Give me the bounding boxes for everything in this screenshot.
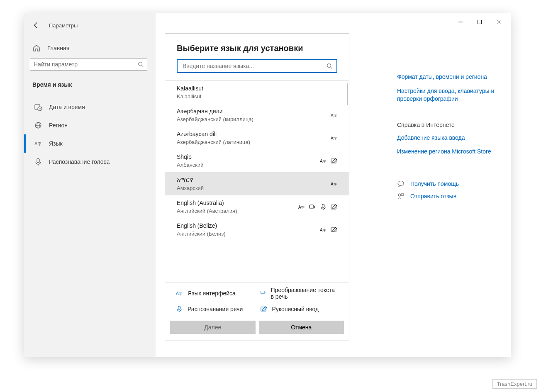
- svg-text:字: 字: [334, 114, 337, 118]
- action-label: Получить помощь: [410, 180, 459, 187]
- related-link[interactable]: Формат даты, времени и региона: [397, 73, 497, 81]
- help-link[interactable]: Изменение региона Microsoft Store: [397, 148, 497, 156]
- chat-help-icon: [397, 180, 405, 187]
- language-localized-name: Азербайджанский (кириллица): [177, 116, 253, 122]
- language-item[interactable]: KalaallisutKalaallisut: [165, 81, 349, 104]
- home-label: Главная: [47, 45, 69, 51]
- watermark: TrashExpert.ru: [492, 379, 537, 389]
- svg-text:A: A: [320, 159, 323, 163]
- send-feedback-link[interactable]: Отправить отзыв: [397, 192, 497, 200]
- language-feature-icons: A字: [331, 180, 337, 187]
- language-search-input[interactable]: [183, 63, 327, 69]
- install-language-dialog: Выберите язык для установки KalaallisutK…: [165, 33, 349, 341]
- language-item[interactable]: Азәрбајҹан дилиАзербайджанский (кириллиц…: [165, 104, 349, 127]
- svg-text:A: A: [34, 141, 38, 146]
- sidebar-item-label: Распознавание голоса: [49, 158, 110, 165]
- scrollbar-thumb[interactable]: [347, 83, 348, 105]
- sidebar: Параметры Главная Время и язык Дата и: [24, 13, 156, 357]
- sidebar-item-speech[interactable]: Распознавание голоса: [24, 153, 156, 171]
- language-localized-name: Азербайджанский (латиница): [177, 139, 250, 145]
- legend-label: Язык интерфейса: [188, 290, 236, 297]
- sidebar-search-input[interactable]: [34, 61, 138, 68]
- language-item[interactable]: English (Belize)Английский (Белиз)A字: [165, 218, 349, 241]
- svg-text:字: 字: [38, 142, 41, 146]
- legend-label: Преобразование текста в речь: [271, 287, 338, 300]
- legend-tts: Преобразование текста в речь: [261, 287, 339, 300]
- legend-display: A字 Язык интерфейса: [176, 287, 254, 300]
- svg-text:字: 字: [334, 137, 337, 141]
- minimize-button[interactable]: [451, 16, 470, 28]
- language-list[interactable]: KalaallisutKalaallisutАзәрбајҹан дилиАзе…: [165, 81, 349, 282]
- svg-rect-11: [478, 20, 482, 24]
- related-link[interactable]: Настройки для ввода, клавиатуры и провер…: [397, 87, 497, 103]
- svg-rect-48: [261, 291, 264, 294]
- sidebar-search[interactable]: [30, 58, 147, 71]
- cancel-button[interactable]: Отмена: [259, 321, 344, 334]
- sidebar-item-label: Язык: [49, 140, 63, 147]
- language-search[interactable]: [177, 59, 337, 73]
- language-feature-icons: A字: [331, 112, 337, 119]
- sidebar-item-language[interactable]: A字 Язык: [24, 134, 156, 153]
- language-item[interactable]: አማርኛАмхарскийA字: [165, 172, 349, 195]
- window-title: Параметры: [49, 22, 78, 29]
- language-localized-name: Kalaallisut: [177, 93, 203, 100]
- help-link[interactable]: Добавление языка ввода: [397, 134, 497, 142]
- language-feature-icons: A字: [331, 135, 337, 141]
- feature-legend: A字 Язык интерфейса Преобразование текста…: [165, 282, 349, 315]
- language-item[interactable]: Azərbaycan diliАзербайджанский (латиница…: [165, 127, 349, 149]
- home-icon: [32, 44, 41, 52]
- feedback-icon: [397, 192, 405, 200]
- next-button[interactable]: Далее: [170, 321, 256, 334]
- legend-speech: Распознавание речи: [176, 306, 254, 312]
- get-help-link[interactable]: Получить помощь: [397, 180, 497, 187]
- maximize-button[interactable]: [470, 16, 489, 28]
- sidebar-item-label: Дата и время: [49, 104, 85, 110]
- language-item[interactable]: English (Australia)Английский (Австралия…: [165, 195, 349, 218]
- svg-rect-40: [309, 205, 314, 208]
- legend-handwriting: Рукописный ввод: [261, 306, 339, 312]
- handwriting-icon: [331, 158, 337, 164]
- language-native-name: Азәрбајҹан дили: [177, 108, 253, 114]
- tts-icon: [261, 290, 266, 297]
- display-icon: A字: [298, 204, 305, 210]
- display-icon: A字: [320, 158, 327, 164]
- svg-line-1: [142, 66, 144, 67]
- speech-icon: [320, 204, 327, 210]
- sidebar-item-label: Регион: [49, 122, 68, 129]
- svg-point-27: [327, 64, 331, 68]
- language-icon: A字: [34, 139, 42, 148]
- sidebar-item-date-time[interactable]: Дата и время: [24, 98, 156, 116]
- svg-point-0: [139, 62, 142, 66]
- svg-rect-26: [401, 194, 404, 195]
- svg-text:字: 字: [334, 183, 337, 186]
- language-native-name: English (Australia): [177, 200, 237, 206]
- sidebar-home[interactable]: Главная: [24, 29, 156, 52]
- legend-label: Распознавание речи: [188, 306, 243, 312]
- svg-text:A: A: [298, 205, 301, 209]
- back-icon[interactable]: [32, 22, 40, 29]
- close-button[interactable]: [489, 16, 508, 28]
- display-icon: A字: [320, 226, 327, 233]
- language-native-name: Azərbaycan dili: [177, 131, 250, 137]
- svg-text:A: A: [176, 291, 179, 296]
- svg-line-28: [331, 67, 332, 69]
- svg-point-24: [398, 181, 404, 185]
- action-label: Отправить отзыв: [410, 193, 456, 200]
- language-localized-name: Английский (Австралия): [177, 208, 237, 214]
- globe-icon: [34, 121, 42, 129]
- language-feature-icons: A字: [320, 158, 337, 164]
- dialog-title: Выберите язык для установки: [177, 44, 337, 53]
- display-icon: A字: [331, 112, 337, 119]
- search-icon: [138, 61, 144, 67]
- sidebar-item-region[interactable]: Регион: [24, 116, 156, 134]
- language-item[interactable]: ShqipАлбанскийA字: [165, 149, 349, 172]
- language-native-name: Kalaallisut: [177, 85, 203, 92]
- svg-text:字: 字: [179, 292, 182, 296]
- svg-text:A: A: [331, 113, 334, 118]
- search-icon: [327, 63, 332, 69]
- handwriting-icon: [261, 306, 267, 312]
- svg-point-25: [398, 194, 401, 196]
- language-localized-name: Английский (Белиз): [177, 231, 226, 237]
- svg-text:字: 字: [323, 229, 326, 232]
- svg-text:字: 字: [301, 206, 305, 209]
